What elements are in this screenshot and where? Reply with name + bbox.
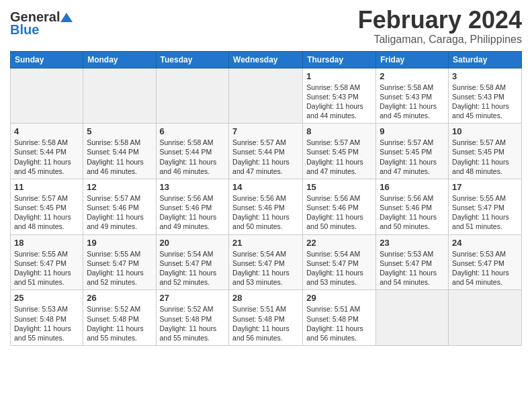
calendar-cell: 27Sunrise: 5:52 AM Sunset: 5:48 PM Dayli… (156, 290, 229, 346)
day-info: Sunrise: 5:57 AM Sunset: 5:44 PM Dayligh… (232, 138, 299, 176)
day-info: Sunrise: 5:58 AM Sunset: 5:43 PM Dayligh… (380, 83, 445, 121)
day-number: 23 (380, 238, 445, 248)
day-number: 19 (87, 238, 152, 248)
day-info: Sunrise: 5:57 AM Sunset: 5:45 PM Dayligh… (452, 138, 518, 176)
day-number: 11 (14, 182, 79, 192)
day-info: Sunrise: 5:51 AM Sunset: 5:48 PM Dayligh… (306, 304, 372, 342)
calendar-cell: 18Sunrise: 5:55 AM Sunset: 5:47 PM Dayli… (11, 234, 83, 290)
calendar-cell (449, 290, 522, 346)
calendar-week-row: 11Sunrise: 5:57 AM Sunset: 5:45 PM Dayli… (11, 179, 522, 234)
calendar-table: SundayMondayTuesdayWednesdayThursdayFrid… (10, 51, 522, 346)
calendar-cell: 24Sunrise: 5:53 AM Sunset: 5:47 PM Dayli… (449, 234, 522, 290)
day-number: 13 (160, 182, 226, 192)
day-number: 12 (87, 182, 152, 192)
day-of-week-header: Wednesday (229, 51, 303, 68)
day-info: Sunrise: 5:51 AM Sunset: 5:48 PM Dayligh… (232, 304, 299, 342)
calendar-cell: 15Sunrise: 5:56 AM Sunset: 5:46 PM Dayli… (303, 179, 376, 234)
day-info: Sunrise: 5:58 AM Sunset: 5:44 PM Dayligh… (14, 138, 79, 176)
day-of-week-header: Monday (83, 51, 156, 68)
day-number: 10 (452, 126, 518, 136)
calendar-body: 1Sunrise: 5:58 AM Sunset: 5:43 PM Daylig… (11, 68, 522, 345)
calendar-cell: 29Sunrise: 5:51 AM Sunset: 5:48 PM Dayli… (303, 290, 376, 346)
calendar-cell: 6Sunrise: 5:58 AM Sunset: 5:44 PM Daylig… (156, 124, 229, 179)
day-number: 17 (452, 182, 518, 192)
day-number: 18 (14, 238, 79, 248)
day-of-week-header: Saturday (449, 51, 522, 68)
day-info: Sunrise: 5:58 AM Sunset: 5:44 PM Dayligh… (160, 138, 226, 176)
day-info: Sunrise: 5:57 AM Sunset: 5:45 PM Dayligh… (14, 193, 79, 232)
day-info: Sunrise: 5:58 AM Sunset: 5:43 PM Dayligh… (306, 83, 372, 121)
day-info: Sunrise: 5:55 AM Sunset: 5:47 PM Dayligh… (14, 249, 79, 287)
calendar-cell: 22Sunrise: 5:54 AM Sunset: 5:47 PM Dayli… (303, 234, 376, 290)
day-number: 22 (306, 238, 372, 248)
calendar-cell: 3Sunrise: 5:58 AM Sunset: 5:43 PM Daylig… (449, 68, 522, 124)
day-of-week-header: Sunday (11, 51, 83, 68)
day-info: Sunrise: 5:55 AM Sunset: 5:47 PM Dayligh… (452, 193, 518, 232)
page-header: General Blue February 2024 Taligaman, Ca… (10, 7, 522, 46)
day-number: 9 (380, 126, 445, 136)
location-title: Taligaman, Caraga, Philippines (358, 34, 522, 46)
day-number: 28 (232, 293, 299, 303)
calendar-cell (156, 68, 229, 124)
day-number: 5 (87, 126, 152, 136)
calendar-cell: 5Sunrise: 5:58 AM Sunset: 5:44 PM Daylig… (83, 124, 156, 179)
calendar-week-row: 25Sunrise: 5:53 AM Sunset: 5:48 PM Dayli… (11, 290, 522, 346)
day-info: Sunrise: 5:53 AM Sunset: 5:48 PM Dayligh… (14, 304, 79, 342)
calendar-cell: 10Sunrise: 5:57 AM Sunset: 5:45 PM Dayli… (449, 124, 522, 179)
svg-marker-0 (60, 13, 73, 22)
calendar-cell (229, 68, 303, 124)
calendar-week-row: 1Sunrise: 5:58 AM Sunset: 5:43 PM Daylig… (11, 68, 522, 124)
calendar-cell: 2Sunrise: 5:58 AM Sunset: 5:43 PM Daylig… (376, 68, 449, 124)
day-of-week-header: Tuesday (156, 51, 229, 68)
day-info: Sunrise: 5:56 AM Sunset: 5:46 PM Dayligh… (232, 193, 299, 232)
day-number: 3 (452, 71, 518, 81)
day-info: Sunrise: 5:56 AM Sunset: 5:46 PM Dayligh… (380, 193, 445, 232)
calendar-cell: 16Sunrise: 5:56 AM Sunset: 5:46 PM Dayli… (376, 179, 449, 234)
calendar-cell: 26Sunrise: 5:52 AM Sunset: 5:48 PM Dayli… (83, 290, 156, 346)
day-info: Sunrise: 5:57 AM Sunset: 5:45 PM Dayligh… (380, 138, 445, 176)
day-info: Sunrise: 5:57 AM Sunset: 5:46 PM Dayligh… (87, 193, 152, 232)
day-info: Sunrise: 5:53 AM Sunset: 5:47 PM Dayligh… (380, 249, 445, 287)
day-info: Sunrise: 5:52 AM Sunset: 5:48 PM Dayligh… (160, 304, 226, 342)
logo: General Blue (10, 7, 73, 38)
day-info: Sunrise: 5:54 AM Sunset: 5:47 PM Dayligh… (160, 249, 226, 287)
logo-triangle-icon (60, 11, 73, 24)
day-number: 14 (232, 182, 299, 192)
day-number: 20 (160, 238, 226, 248)
day-number: 26 (87, 293, 152, 303)
calendar-header-row: SundayMondayTuesdayWednesdayThursdayFrid… (11, 51, 522, 68)
calendar-cell: 13Sunrise: 5:56 AM Sunset: 5:46 PM Dayli… (156, 179, 229, 234)
day-number: 4 (14, 126, 79, 136)
day-info: Sunrise: 5:54 AM Sunset: 5:47 PM Dayligh… (232, 249, 299, 287)
calendar-cell: 1Sunrise: 5:58 AM Sunset: 5:43 PM Daylig… (303, 68, 376, 124)
calendar-cell: 9Sunrise: 5:57 AM Sunset: 5:45 PM Daylig… (376, 124, 449, 179)
calendar-cell (83, 68, 156, 124)
logo-blue-text: Blue (10, 22, 39, 38)
day-info: Sunrise: 5:58 AM Sunset: 5:44 PM Dayligh… (87, 138, 152, 176)
day-number: 24 (452, 238, 518, 248)
day-number: 29 (306, 293, 372, 303)
month-title: February 2024 (358, 7, 522, 34)
day-info: Sunrise: 5:58 AM Sunset: 5:43 PM Dayligh… (452, 83, 518, 121)
title-area: February 2024 Taligaman, Caraga, Philipp… (358, 7, 522, 46)
calendar-cell: 12Sunrise: 5:57 AM Sunset: 5:46 PM Dayli… (83, 179, 156, 234)
calendar-week-row: 18Sunrise: 5:55 AM Sunset: 5:47 PM Dayli… (11, 234, 522, 290)
calendar-cell (11, 68, 83, 124)
calendar-cell: 23Sunrise: 5:53 AM Sunset: 5:47 PM Dayli… (376, 234, 449, 290)
calendar-cell (376, 290, 449, 346)
day-info: Sunrise: 5:54 AM Sunset: 5:47 PM Dayligh… (306, 249, 372, 287)
calendar-cell: 4Sunrise: 5:58 AM Sunset: 5:44 PM Daylig… (11, 124, 83, 179)
day-number: 21 (232, 238, 299, 248)
day-info: Sunrise: 5:57 AM Sunset: 5:45 PM Dayligh… (306, 138, 372, 176)
day-info: Sunrise: 5:55 AM Sunset: 5:47 PM Dayligh… (87, 249, 152, 287)
calendar-cell: 8Sunrise: 5:57 AM Sunset: 5:45 PM Daylig… (303, 124, 376, 179)
calendar-cell: 19Sunrise: 5:55 AM Sunset: 5:47 PM Dayli… (83, 234, 156, 290)
calendar-cell: 20Sunrise: 5:54 AM Sunset: 5:47 PM Dayli… (156, 234, 229, 290)
day-info: Sunrise: 5:56 AM Sunset: 5:46 PM Dayligh… (306, 193, 372, 232)
calendar-cell: 28Sunrise: 5:51 AM Sunset: 5:48 PM Dayli… (229, 290, 303, 346)
calendar-cell: 21Sunrise: 5:54 AM Sunset: 5:47 PM Dayli… (229, 234, 303, 290)
calendar-week-row: 4Sunrise: 5:58 AM Sunset: 5:44 PM Daylig… (11, 124, 522, 179)
day-number: 1 (306, 71, 372, 81)
day-number: 2 (380, 71, 445, 81)
day-info: Sunrise: 5:52 AM Sunset: 5:48 PM Dayligh… (87, 304, 152, 342)
